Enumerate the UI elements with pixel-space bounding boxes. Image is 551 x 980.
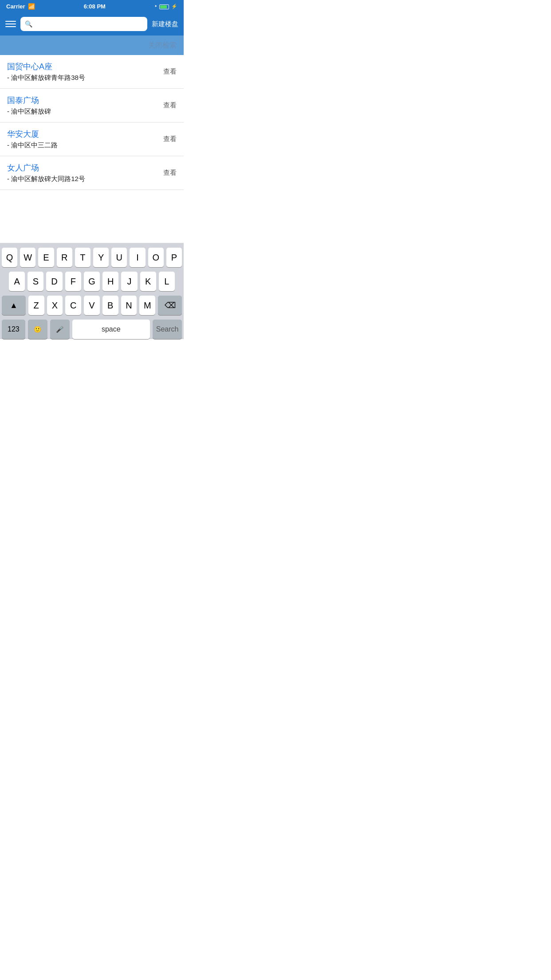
result-info-1: 国贸中心A座 - 渝中区解放碑青年路38号 [7, 61, 156, 82]
spacer [0, 190, 184, 243]
key-s[interactable]: S [28, 272, 43, 291]
close-search-button[interactable]: 关闭检索 [148, 41, 177, 50]
keyboard-row-2: A S D F G H J K L [0, 272, 184, 291]
result-address-4: - 渝中区解放碑大同路12号 [7, 175, 156, 183]
result-name-1: 国贸中心A座 [7, 61, 156, 72]
wifi-icon: 📶 [28, 3, 35, 10]
sub-header: 关闭检索 [0, 36, 184, 55]
key-v[interactable]: V [84, 296, 100, 315]
keyboard-row-1: Q W E R T Y U I O P [0, 248, 184, 267]
status-bar: Carrier 📶 6:08 PM ‣ ⚡ [0, 0, 184, 12]
delete-key[interactable]: ⌫ [158, 296, 182, 315]
key-n[interactable]: N [121, 296, 137, 315]
result-info-4: 女人广场 - 渝中区解放碑大同路12号 [7, 162, 156, 183]
result-action-4[interactable]: 查看 [156, 169, 177, 177]
key-e[interactable]: E [38, 248, 54, 267]
location-icon: ‣ [154, 3, 157, 9]
key-h[interactable]: H [102, 272, 118, 291]
status-indicators: ‣ ⚡ [154, 2, 177, 10]
result-address-3: - 渝中区中三二路 [7, 141, 156, 150]
key-b[interactable]: B [102, 296, 118, 315]
result-action-3[interactable]: 查看 [156, 135, 177, 143]
emoji-key[interactable]: 🙂 [28, 320, 47, 339]
key-m[interactable]: M [139, 296, 155, 315]
key-l[interactable]: L [159, 272, 175, 291]
result-address-2: - 渝中区解放碑 [7, 107, 156, 116]
key-x[interactable]: X [47, 296, 63, 315]
key-g[interactable]: G [84, 272, 100, 291]
bolt-icon: ⚡ [171, 4, 177, 9]
key-o[interactable]: O [148, 248, 164, 267]
result-info-3: 华安大厦 - 渝中区中三二路 [7, 129, 156, 150]
menu-button[interactable] [5, 21, 16, 27]
result-action-1[interactable]: 查看 [156, 67, 177, 76]
result-name-3: 华安大厦 [7, 129, 156, 139]
results-list: 国贸中心A座 - 渝中区解放碑青年路38号 查看 国泰广场 - 渝中区解放碑 查… [0, 55, 184, 243]
key-d[interactable]: D [46, 272, 62, 291]
status-time: 6:08 PM [84, 3, 106, 10]
key-j[interactable]: J [121, 272, 137, 291]
header: 🔍 新建楼盘 [0, 12, 184, 36]
new-building-button[interactable]: 新建楼盘 [152, 20, 178, 28]
numbers-key[interactable]: 123 [2, 320, 25, 339]
keyboard-row-3: ▲ Z X C V B N M ⌫ [0, 296, 184, 315]
key-u[interactable]: U [111, 248, 127, 267]
key-c[interactable]: C [65, 296, 81, 315]
key-y[interactable]: Y [93, 248, 109, 267]
search-key[interactable]: Search [153, 320, 182, 339]
key-q[interactable]: Q [2, 248, 17, 267]
space-key[interactable]: space [72, 320, 150, 339]
keyboard: Q W E R T Y U I O P A S D F G H J K L ▲ … [0, 243, 184, 339]
result-action-2[interactable]: 查看 [156, 101, 177, 110]
result-info-2: 国泰广场 - 渝中区解放碑 [7, 95, 156, 116]
keyboard-bottom-row: 123 🙂 🎤 space Search [0, 320, 184, 339]
status-carrier: Carrier 📶 [6, 3, 35, 10]
key-z[interactable]: Z [28, 296, 44, 315]
result-address-1: - 渝中区解放碑青年路38号 [7, 74, 156, 82]
key-r[interactable]: R [57, 248, 72, 267]
result-name-2: 国泰广场 [7, 95, 156, 106]
key-p[interactable]: P [166, 248, 182, 267]
result-item-1: 国贸中心A座 - 渝中区解放碑青年路38号 查看 [0, 55, 184, 89]
mic-key[interactable]: 🎤 [50, 320, 70, 339]
search-input[interactable] [35, 20, 143, 28]
key-i[interactable]: I [130, 248, 145, 267]
key-k[interactable]: K [140, 272, 156, 291]
result-item-3: 华安大厦 - 渝中区中三二路 查看 [0, 122, 184, 156]
result-item-2: 国泰广场 - 渝中区解放碑 查看 [0, 89, 184, 122]
key-f[interactable]: F [65, 272, 81, 291]
battery-icon [159, 2, 169, 10]
key-t[interactable]: T [75, 248, 91, 267]
search-bar[interactable]: 🔍 [20, 17, 147, 31]
result-name-4: 女人广场 [7, 162, 156, 173]
result-item-4: 女人广场 - 渝中区解放碑大同路12号 查看 [0, 156, 184, 190]
search-icon: 🔍 [25, 20, 32, 28]
key-w[interactable]: W [20, 248, 35, 267]
key-a[interactable]: A [9, 272, 25, 291]
shift-key[interactable]: ▲ [2, 296, 26, 315]
